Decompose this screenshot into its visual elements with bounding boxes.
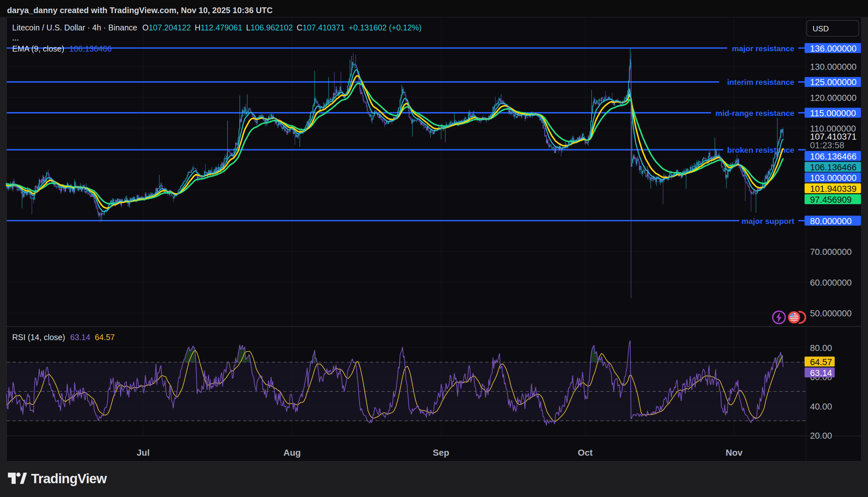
- svg-text:USD: USD: [813, 24, 829, 33]
- svg-text:40.00: 40.00: [810, 401, 832, 412]
- svg-text:RSI (14, close)63.1464.57: RSI (14, close)63.1464.57: [12, 333, 115, 342]
- svg-text:106.136466: 106.136466: [810, 152, 856, 161]
- svg-text:Aug: Aug: [283, 448, 301, 458]
- svg-text:120.000000: 120.000000: [810, 93, 856, 103]
- svg-text:130.000000: 130.000000: [810, 62, 856, 72]
- svg-text:major support: major support: [741, 217, 794, 225]
- svg-text:broken resistance: broken resistance: [727, 146, 794, 154]
- svg-text:70.000000: 70.000000: [810, 247, 852, 257]
- svg-text:80.000000: 80.000000: [810, 216, 852, 226]
- svg-text:Sep: Sep: [433, 448, 449, 458]
- svg-text:Nov: Nov: [726, 448, 743, 458]
- svg-text:97.456909: 97.456909: [810, 195, 852, 204]
- svg-text:mid-range resistance: mid-range resistance: [715, 109, 794, 117]
- svg-text:50.000000: 50.000000: [810, 308, 852, 318]
- svg-text:EMA (9, close)106.136466: EMA (9, close)106.136466: [12, 44, 112, 53]
- svg-text:...: ...: [12, 33, 19, 42]
- svg-text:60.000000: 60.000000: [810, 278, 852, 287]
- svg-text:Litecoin / U.S. Dollar · 4h ·: Litecoin / U.S. Dollar · 4h · BinanceO10…: [12, 23, 422, 32]
- svg-text:64.57: 64.57: [810, 357, 832, 367]
- svg-text:20.00: 20.00: [810, 431, 832, 441]
- svg-text:106.136466: 106.136466: [810, 162, 856, 172]
- svg-text:01:23:58: 01:23:58: [810, 140, 844, 150]
- svg-text:Jul: Jul: [137, 448, 150, 458]
- svg-text:Oct: Oct: [578, 448, 593, 458]
- svg-text:63.14: 63.14: [810, 368, 832, 378]
- svg-text:115.000000: 115.000000: [810, 108, 856, 118]
- svg-text:101.940339: 101.940339: [810, 184, 856, 194]
- svg-text:103.000000: 103.000000: [810, 173, 856, 183]
- svg-text:125.000000: 125.000000: [810, 77, 856, 87]
- svg-text:TradingView: TradingView: [31, 471, 107, 486]
- svg-text:136.000000: 136.000000: [810, 44, 856, 54]
- svg-text:darya_danny created with Tradi: darya_danny created with TradingView.com…: [7, 6, 273, 15]
- svg-text:major resistance: major resistance: [732, 44, 794, 53]
- svg-text:80.00: 80.00: [810, 343, 832, 353]
- svg-text:interim resistance: interim resistance: [727, 78, 794, 86]
